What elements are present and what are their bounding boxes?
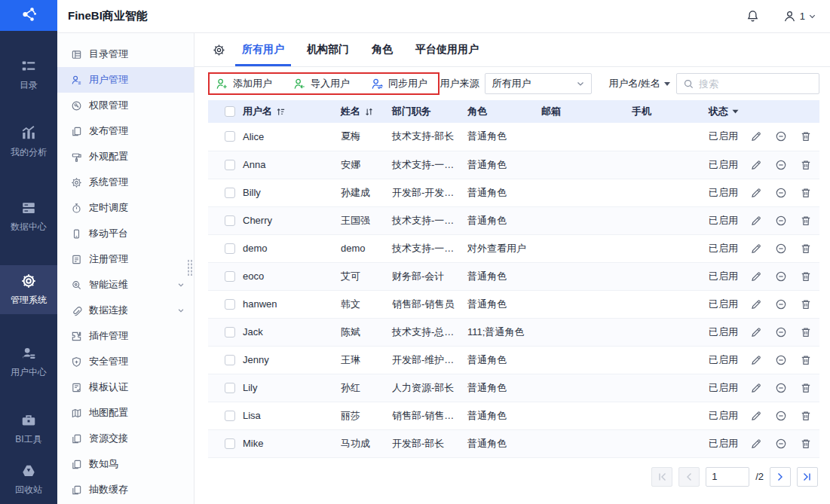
edit-user-button[interactable] — [750, 354, 762, 366]
row-checkbox[interactable] — [225, 243, 235, 254]
delete-user-button[interactable] — [800, 354, 812, 366]
column-header-status[interactable]: 状态 — [704, 100, 748, 123]
disable-user-button[interactable] — [775, 270, 787, 283]
disable-user-button[interactable] — [775, 354, 787, 366]
menu-item-appearance-config[interactable]: 外观配置 — [57, 144, 194, 170]
menu-item-system-mgmt[interactable]: 系统管理 — [57, 170, 194, 195]
last-page-button[interactable] — [797, 467, 818, 487]
menu-item-resource-handover[interactable]: 资源交接 — [57, 426, 194, 451]
edit-user-button[interactable] — [750, 159, 762, 171]
menu-item-schedule[interactable]: 定时调度 — [57, 195, 194, 221]
row-checkbox[interactable] — [225, 327, 235, 338]
row-checkbox[interactable] — [225, 438, 235, 449]
row-checkbox[interactable] — [225, 355, 235, 365]
disable-user-button[interactable] — [775, 130, 787, 142]
row-checkbox[interactable] — [225, 383, 235, 393]
delete-user-button[interactable] — [800, 326, 812, 338]
sidebar-resize-handle[interactable] — [187, 259, 193, 276]
sidebar-item-user-center[interactable]: 用户中心 — [0, 338, 57, 386]
column-header-email[interactable]: 邮箱 — [537, 100, 627, 123]
delete-user-button[interactable] — [800, 410, 812, 422]
row-checkbox[interactable] — [225, 299, 235, 310]
disable-user-button[interactable] — [775, 298, 787, 310]
tab-role[interactable]: 角色 — [372, 33, 393, 66]
first-page-button[interactable] — [651, 467, 672, 487]
menu-item-plugin-mgmt[interactable]: 插件管理 — [57, 323, 194, 349]
app-logo[interactable] — [0, 0, 57, 31]
delete-user-button[interactable] — [800, 382, 812, 394]
tab-all-users[interactable]: 所有用户 — [242, 33, 284, 66]
menu-item-map-config[interactable]: 地图配置 — [57, 400, 194, 426]
add-user-button[interactable]: 添加用户 — [216, 77, 272, 90]
sidebar-item-admin-system[interactable]: 管理系统 — [0, 265, 57, 314]
sort-both-icon[interactable] — [364, 107, 374, 117]
column-header-role[interactable]: 角色 — [463, 100, 537, 123]
sidebar-item-bi-tools[interactable]: BI工具 — [0, 405, 57, 454]
menu-item-user-mgmt[interactable]: 用户管理 — [57, 67, 194, 93]
disable-user-button[interactable] — [775, 410, 787, 422]
sidebar-item-recycle-bin[interactable]: 回收站 — [0, 455, 57, 504]
edit-user-button[interactable] — [750, 187, 762, 199]
menu-item-template-cert[interactable]: 模板认证 — [57, 374, 194, 400]
row-checkbox[interactable] — [225, 411, 235, 421]
edit-user-button[interactable] — [750, 298, 762, 310]
delete-user-button[interactable] — [800, 215, 812, 227]
select-all-checkbox[interactable] — [225, 106, 235, 117]
row-checkbox[interactable] — [225, 188, 235, 198]
sort-asc-icon[interactable] — [276, 107, 286, 117]
tab-org-dept[interactable]: 机构部门 — [307, 33, 349, 66]
user-menu[interactable]: 1 — [783, 9, 816, 23]
edit-user-button[interactable] — [750, 243, 762, 255]
sidebar-item-catalog[interactable]: 目录 — [0, 50, 57, 99]
prev-page-button[interactable] — [678, 467, 700, 487]
edit-user-button[interactable] — [750, 410, 762, 422]
column-header-username[interactable]: 用户名 — [238, 100, 336, 123]
edit-user-button[interactable] — [750, 326, 762, 338]
settings-gear-icon[interactable] — [213, 33, 225, 66]
user-source-select[interactable]: 所有用户 — [485, 73, 592, 94]
column-header-dept[interactable]: 部门职务 — [387, 100, 463, 123]
disable-user-button[interactable] — [775, 159, 787, 171]
delete-user-button[interactable] — [800, 130, 812, 142]
column-header-name[interactable]: 姓名 — [336, 100, 387, 123]
row-checkbox[interactable] — [225, 131, 235, 142]
delete-user-button[interactable] — [800, 159, 812, 171]
menu-item-shuzhiniao[interactable]: 数知鸟 — [57, 451, 194, 477]
disable-user-button[interactable] — [775, 215, 787, 227]
import-user-button[interactable]: 导入用户 — [293, 77, 350, 90]
edit-user-button[interactable] — [750, 130, 762, 142]
menu-item-data-connection[interactable]: 数据连接 — [57, 298, 194, 323]
disable-user-button[interactable] — [775, 382, 787, 394]
page-number-input[interactable] — [706, 467, 749, 487]
search-field-picker[interactable]: 用户名/姓名 — [608, 77, 670, 90]
row-checkbox[interactable] — [225, 215, 235, 226]
edit-user-button[interactable] — [750, 382, 762, 394]
menu-item-permission-mgmt[interactable]: 权限管理 — [57, 93, 194, 118]
edit-user-button[interactable] — [750, 215, 762, 227]
edit-user-button[interactable] — [750, 438, 762, 450]
delete-user-button[interactable] — [800, 270, 812, 283]
delete-user-button[interactable] — [800, 298, 812, 310]
row-checkbox[interactable] — [225, 160, 235, 170]
sync-user-button[interactable]: 同步用户 — [371, 77, 427, 90]
tab-platform-users[interactable]: 平台使用用户 — [415, 33, 479, 66]
disable-user-button[interactable] — [775, 243, 787, 255]
edit-user-button[interactable] — [750, 270, 762, 283]
disable-user-button[interactable] — [775, 326, 787, 338]
filter-caret-icon[interactable] — [732, 109, 739, 114]
sidebar-item-my-analysis[interactable]: 我的分析 — [0, 118, 57, 166]
menu-item-register-mgmt[interactable]: 注册管理 — [57, 246, 194, 272]
menu-item-mobile-platform[interactable]: 移动平台 — [57, 221, 194, 246]
delete-user-button[interactable] — [800, 438, 812, 450]
column-header-phone[interactable]: 手机 — [627, 100, 704, 123]
search-input[interactable] — [699, 78, 813, 90]
menu-item-security-mgmt[interactable]: 安全管理 — [57, 349, 194, 374]
notification-bell-icon[interactable] — [746, 9, 760, 23]
row-checkbox[interactable] — [225, 271, 235, 282]
delete-user-button[interactable] — [800, 243, 812, 255]
menu-item-intelligent-ops[interactable]: 智能运维 — [57, 272, 194, 298]
sidebar-item-data-center[interactable]: 数据中心 — [0, 192, 57, 241]
disable-user-button[interactable] — [775, 438, 787, 450]
menu-item-extract-cache[interactable]: 抽数缓存 — [57, 477, 194, 502]
menu-item-publish-mgmt[interactable]: 发布管理 — [57, 118, 194, 144]
